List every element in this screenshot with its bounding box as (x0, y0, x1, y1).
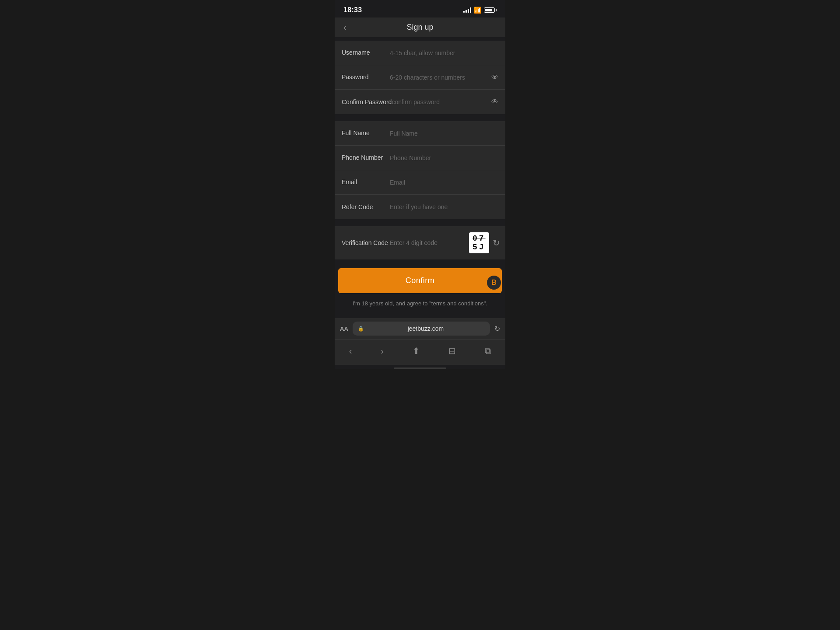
verification-label: Verification Code (342, 239, 390, 247)
refer-code-input[interactable] (390, 203, 498, 210)
url-bar[interactable]: 🔒 jeetbuzz.com (353, 322, 490, 336)
wifi-icon: 📶 (474, 7, 481, 14)
phone-frame: 18:33 📶 ‹ Sign up Username (335, 0, 505, 369)
username-input[interactable] (390, 49, 498, 56)
page-title: Sign up (406, 23, 433, 32)
credentials-section: Username Password 👁 Confirm Password 👁 (335, 41, 505, 114)
reload-button[interactable]: ↻ (494, 325, 500, 333)
confirm-password-label: Confirm Password (342, 98, 392, 106)
browser-forward-button[interactable]: › (374, 344, 391, 358)
password-label: Password (342, 73, 390, 81)
refer-code-label: Refer Code (342, 203, 390, 211)
battery-icon (484, 7, 497, 13)
bookmarks-button[interactable]: ⊟ (441, 344, 463, 358)
username-label: Username (342, 49, 390, 56)
email-row: Email (335, 170, 505, 195)
username-row: Username (335, 41, 505, 65)
signal-icon (463, 7, 471, 13)
browser-back-button[interactable]: ‹ (342, 344, 359, 358)
lock-icon: 🔒 (358, 326, 364, 332)
password-input[interactable] (390, 74, 488, 81)
verification-section: Verification Code 07 5J ↻ (335, 226, 505, 259)
confirm-password-input[interactable] (392, 98, 488, 105)
email-input[interactable] (390, 179, 498, 186)
terms-text: I'm 18 years old, and agree to "terms an… (335, 298, 505, 314)
personal-info-section: Full Name Phone Number Email Refer Code (335, 121, 505, 219)
phone-label: Phone Number (342, 154, 390, 161)
confirm-password-eye-icon[interactable]: 👁 (491, 98, 498, 106)
status-icons: 📶 (463, 7, 497, 14)
share-button[interactable]: ⬆ (406, 344, 427, 358)
captcha-refresh-button[interactable]: ↻ (493, 238, 500, 248)
nav-bar: ‹ Sign up (335, 18, 505, 37)
browser-bar: AA 🔒 jeetbuzz.com ↻ (335, 318, 505, 339)
confirm-password-row: Confirm Password 👁 (335, 90, 505, 114)
confirm-button[interactable]: Confirm (338, 268, 502, 293)
verification-input[interactable] (390, 239, 466, 246)
floating-badge: B (486, 275, 502, 290)
refer-code-row: Refer Code (335, 195, 505, 219)
captcha-image: 07 5J (469, 232, 489, 253)
url-text: jeetbuzz.com (367, 325, 485, 332)
password-row: Password 👁 (335, 65, 505, 90)
phone-row: Phone Number (335, 146, 505, 170)
verification-row: Verification Code 07 5J ↻ (335, 226, 505, 259)
font-size-button[interactable]: AA (340, 326, 348, 332)
bottom-nav: ‹ › ⬆ ⊟ ⧉ (335, 339, 505, 365)
fullname-row: Full Name (335, 121, 505, 146)
tabs-button[interactable]: ⧉ (478, 344, 498, 358)
email-label: Email (342, 178, 390, 186)
password-eye-icon[interactable]: 👁 (491, 74, 498, 81)
phone-input[interactable] (390, 154, 498, 161)
status-time: 18:33 (343, 6, 362, 14)
status-bar: 18:33 📶 (335, 0, 505, 18)
back-button[interactable]: ‹ (342, 21, 348, 34)
fullname-label: Full Name (342, 129, 390, 137)
fullname-input[interactable] (390, 130, 498, 137)
home-indicator (394, 368, 446, 369)
